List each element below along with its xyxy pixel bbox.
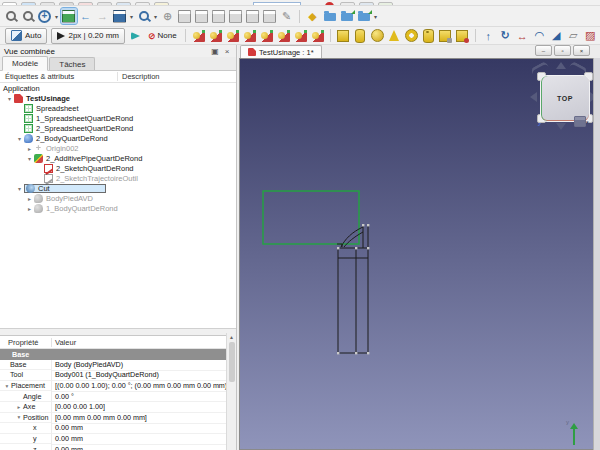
- scrollbar-thumb[interactable]: [229, 342, 235, 382]
- colored-tool-icon-1[interactable]: [190, 28, 206, 44]
- 3d-viewport[interactable]: TOP ▾ z y: [239, 58, 594, 450]
- tree-item-editbox[interactable]: Cut: [24, 184, 106, 193]
- property-row-z[interactable]: z0.00 mm: [0, 444, 236, 450]
- zoom-box-icon[interactable]: [136, 8, 152, 24]
- zoom-in-icon[interactable]: [20, 8, 36, 24]
- part-extrude-icon[interactable]: ↑: [480, 28, 496, 44]
- view-axonometric-icon[interactable]: ⊕: [160, 8, 176, 24]
- property-expander-icon[interactable]: ▸: [15, 404, 23, 410]
- restore-window-button[interactable]: ▫: [554, 45, 571, 56]
- float-panel-button[interactable]: ▣: [210, 46, 220, 56]
- tree-item-2-sketchtrajectoireoutil[interactable]: 2_SketchTrajectoireOutil: [0, 173, 236, 183]
- dropdown-caret-icon[interactable]: ▾: [128, 13, 135, 20]
- colored-tool-icon-4[interactable]: [241, 28, 257, 44]
- properties-scrollbar[interactable]: ▲: [226, 333, 236, 450]
- tab-modele[interactable]: Modèle: [2, 56, 48, 71]
- expander-icon[interactable]: ▾: [25, 155, 34, 162]
- navigation-wheel-icon[interactable]: [37, 8, 53, 24]
- draw-style-icon[interactable]: [112, 8, 128, 24]
- dropdown-caret-icon[interactable]: ▾: [372, 13, 379, 20]
- nav-forward-icon[interactable]: →: [95, 8, 111, 24]
- view-rear-icon[interactable]: [228, 8, 244, 24]
- property-row-x[interactable]: x0.00 mm: [0, 423, 236, 434]
- colored-tool-icon-8[interactable]: [309, 28, 325, 44]
- property-row-base[interactable]: BaseBody (BodyPiedAVD): [0, 360, 236, 371]
- close-window-button[interactable]: ×: [573, 45, 590, 56]
- property-group-base[interactable]: Base: [0, 349, 236, 360]
- tab-taches[interactable]: Tâches: [49, 57, 95, 70]
- tree-item-2-sketchquartderond[interactable]: 2_SketchQuartDeRond: [0, 163, 236, 173]
- part-cylinder-icon[interactable]: [352, 28, 368, 44]
- colored-tool-icon-5[interactable]: [258, 28, 274, 44]
- view-top-icon[interactable]: [194, 8, 210, 24]
- import-icon[interactable]: [339, 8, 355, 24]
- part-box-icon[interactable]: [335, 28, 351, 44]
- colored-tool-icon-6[interactable]: [275, 28, 291, 44]
- part-chamfer-icon[interactable]: ◢: [548, 28, 564, 44]
- draft-arrow-style-icon[interactable]: [128, 28, 144, 44]
- expander-icon[interactable]: ▸: [25, 205, 34, 212]
- export-icon[interactable]: [356, 8, 372, 24]
- part-gold-icon[interactable]: ◆: [305, 8, 321, 24]
- tree-item-origin002[interactable]: ▸Origin002: [0, 143, 236, 153]
- document-tab[interactable]: TestUsinage : 1*: [240, 45, 322, 58]
- tree-item-cut[interactable]: ▾Cut: [0, 183, 236, 193]
- expander-icon[interactable]: ▾: [15, 135, 24, 142]
- tree-item-testusinage[interactable]: ▾TestUsinage: [0, 93, 236, 103]
- part-mirror-icon[interactable]: ↔: [514, 28, 530, 44]
- part-loft-icon[interactable]: ▨: [582, 28, 598, 44]
- part-revolve-icon[interactable]: ↻: [497, 28, 513, 44]
- nav-back-icon[interactable]: ←: [78, 8, 94, 24]
- colored-tool-icon-2[interactable]: [207, 28, 223, 44]
- property-row-tool[interactable]: ToolBody001 (1_BodyQuartDeRond): [0, 370, 236, 381]
- workingplane-auto-button[interactable]: Auto: [5, 28, 47, 44]
- expander-icon[interactable]: ▾: [5, 95, 14, 102]
- tree-item-2-additivepipequartderond[interactable]: ▾2_AdditivePipeQuartDeRond: [0, 153, 236, 163]
- nav-menu-caret-icon[interactable]: ▾: [586, 119, 589, 125]
- property-row-position[interactable]: ▾Position[0.00 mm 0.00 mm 0.00 mm]: [0, 413, 236, 424]
- colored-tool-icon-3[interactable]: [224, 28, 240, 44]
- expander-icon[interactable]: ▾: [15, 185, 24, 192]
- tree-item-2-bodyquartderond[interactable]: ▾2_BodyQuartDeRond: [0, 133, 236, 143]
- expander-icon[interactable]: ▸: [25, 145, 34, 152]
- part-shapebuilder-icon[interactable]: [454, 28, 470, 44]
- tree-item-2-spreadsheetquartderond[interactable]: 2_SpreadsheetQuartDeRond: [0, 123, 236, 133]
- nav-up-icon[interactable]: [556, 62, 566, 69]
- part-primitives-icon[interactable]: [437, 28, 453, 44]
- minimize-window-button[interactable]: –: [535, 45, 552, 56]
- view-bottom-icon[interactable]: [245, 8, 261, 24]
- measure-icon[interactable]: ✎: [279, 8, 295, 24]
- scroll-up-icon[interactable]: ▲: [229, 333, 234, 341]
- autogroup-none-button[interactable]: ⊘None: [144, 29, 181, 43]
- dropdown-caret-icon[interactable]: ▾: [152, 13, 159, 20]
- part-sphere-icon[interactable]: [369, 28, 385, 44]
- zoom-fit-icon[interactable]: [3, 8, 19, 24]
- part-torus-icon[interactable]: [403, 28, 419, 44]
- view-right-icon[interactable]: [211, 8, 227, 24]
- part-tube-icon[interactable]: [420, 28, 436, 44]
- open-folder-icon[interactable]: [322, 8, 338, 24]
- nav-menu-cube-icon[interactable]: [574, 116, 586, 127]
- view-front-icon[interactable]: [177, 8, 193, 24]
- navigation-cube[interactable]: TOP ▾ z: [528, 61, 594, 133]
- nav-left-icon[interactable]: [530, 92, 537, 102]
- property-expander-icon[interactable]: ▾: [3, 383, 11, 389]
- panel-splitter-horizontal[interactable]: [0, 328, 236, 335]
- view-left-icon[interactable]: [262, 8, 278, 24]
- part-fillet-icon[interactable]: ◠: [531, 28, 547, 44]
- tree-item-application[interactable]: Application: [0, 83, 236, 93]
- property-value-cell[interactable]: 0.00 mm: [52, 444, 236, 450]
- tree-item-1-spreadsheetquartderond[interactable]: 1_SpreadsheetQuartDeRond: [0, 113, 236, 123]
- close-panel-button[interactable]: ×: [222, 46, 232, 56]
- line-width-button[interactable]: 2px | 0.20 mm: [51, 28, 125, 44]
- property-row-y[interactable]: y0.00 mm: [0, 434, 236, 445]
- tree-item-1-bodyquartderond[interactable]: ▸1_BodyQuartDeRond: [0, 203, 236, 213]
- tree-item-bodypiedavd[interactable]: ▸BodyPiedAVD: [0, 193, 236, 203]
- view-isometric-icon[interactable]: [61, 8, 77, 24]
- property-row-placement[interactable]: ▾Placement[(0.00 0.00 1.00); 0.00 °; (0.…: [0, 381, 236, 392]
- colored-tool-icon-7[interactable]: [292, 28, 308, 44]
- tree-item-spreadsheet[interactable]: Spreadsheet: [0, 103, 236, 113]
- expander-icon[interactable]: ▸: [25, 195, 34, 202]
- dropdown-caret-icon[interactable]: ▾: [53, 13, 60, 20]
- sketch-rectangle[interactable]: [263, 191, 359, 244]
